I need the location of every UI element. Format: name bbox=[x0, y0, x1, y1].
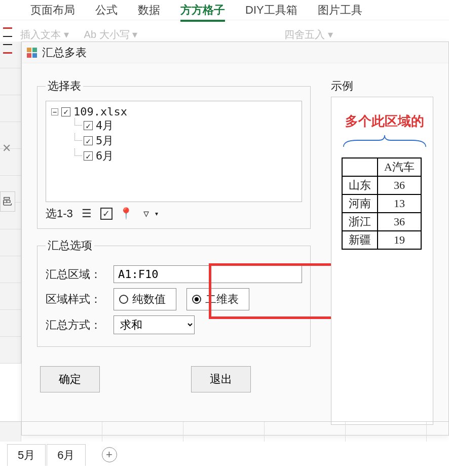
add-sheet-button[interactable]: + bbox=[102, 447, 117, 462]
dialog-titlebar: 汇总多表 bbox=[22, 42, 448, 63]
table-row: 新疆 19 bbox=[342, 231, 421, 249]
checkbox-sheet-3[interactable]: ✓ bbox=[84, 151, 93, 161]
example-title: 多个此区域的 bbox=[342, 112, 428, 130]
check-all-icon[interactable]: ✓ bbox=[100, 208, 113, 220]
header-cell: 邑 bbox=[0, 191, 15, 212]
list-icon[interactable] bbox=[80, 207, 93, 220]
checkbox-sheet-2[interactable]: ✓ bbox=[84, 136, 93, 145]
ribbon-tabs: 页面布局 公式 数据 方方格子 DIY工具箱 图片工具 bbox=[0, 0, 449, 20]
radio-2d-table[interactable]: 二维表 bbox=[186, 288, 249, 310]
summary-options-legend: 汇总选项 bbox=[46, 238, 94, 253]
tree-item-2[interactable]: 5月 bbox=[96, 133, 114, 148]
table-row: 河南 13 bbox=[342, 194, 421, 213]
summary-method-select[interactable]: 求和 bbox=[114, 315, 195, 334]
sheet-tab-may[interactable]: 5月 bbox=[7, 444, 46, 466]
brace-icon bbox=[342, 134, 428, 149]
checkbox-root[interactable]: ✓ bbox=[61, 107, 70, 116]
summary-options-group: 汇总选项 汇总区域： 区域样式： 纯数值 二维表 bbox=[37, 238, 311, 347]
sheet-tabs: 5月 6月 + bbox=[7, 444, 117, 466]
left-gutter-icons bbox=[0, 25, 15, 54]
radio-plain-values[interactable]: 纯数值 bbox=[114, 288, 176, 310]
tab-data[interactable]: 数据 bbox=[138, 3, 160, 18]
example-label: 示例 bbox=[331, 78, 433, 94]
tab-formula[interactable]: 公式 bbox=[95, 3, 118, 18]
close-icon[interactable]: ✕ bbox=[2, 142, 11, 155]
radio-2d-label: 二维表 bbox=[205, 292, 239, 307]
radio-icon-selected bbox=[192, 295, 201, 304]
tree-collapse-icon[interactable]: − bbox=[51, 108, 58, 115]
summary-area-input[interactable] bbox=[114, 265, 302, 283]
row-headers bbox=[0, 42, 21, 446]
table-header-blank bbox=[342, 158, 378, 176]
table-row: 浙江 36 bbox=[342, 213, 421, 231]
table-header-col1: A汽车 bbox=[378, 158, 421, 176]
tree-item-3[interactable]: 6月 bbox=[96, 148, 114, 164]
exit-button[interactable]: 退出 bbox=[191, 366, 251, 392]
select-sheets-legend: 选择表 bbox=[46, 78, 83, 94]
tab-fangfang[interactable]: 方方格子 bbox=[180, 3, 225, 18]
method-label: 汇总方式： bbox=[46, 318, 106, 333]
filter-dropdown-caret-icon[interactable]: ▾ bbox=[155, 210, 158, 217]
tab-page-layout[interactable]: 页面布局 bbox=[30, 3, 75, 18]
ok-button[interactable]: 确定 bbox=[40, 366, 100, 392]
dialog-title-text: 汇总多表 bbox=[42, 45, 87, 60]
table-row: 山东 36 bbox=[342, 176, 421, 194]
summarize-sheets-dialog: 汇总多表 选择表 − ✓ 109.xlsx ✓ 4月 ✓ bbox=[21, 42, 449, 435]
tab-image-tools[interactable]: 图片工具 bbox=[318, 3, 362, 18]
example-panel: 多个此区域的 A汽车 山东 36 河南 bbox=[331, 97, 433, 425]
radio-plain-label: 纯数值 bbox=[132, 292, 166, 307]
style-label: 区域样式： bbox=[46, 292, 106, 307]
sheet-tree[interactable]: − ✓ 109.xlsx ✓ 4月 ✓ 5月 ✓ 6月 bbox=[46, 101, 302, 202]
example-table: A汽车 山东 36 河南 13 浙江 36 新疆 bbox=[342, 157, 422, 250]
select-sheets-group: 选择表 − ✓ 109.xlsx ✓ 4月 ✓ 5月 bbox=[37, 78, 311, 229]
tab-diy-toolbox[interactable]: DIY工具箱 bbox=[245, 3, 297, 18]
checkbox-sheet-1[interactable]: ✓ bbox=[84, 121, 93, 130]
filter-icon[interactable]: ▿ bbox=[140, 207, 153, 220]
tree-item-1[interactable]: 4月 bbox=[96, 118, 114, 133]
toolbar-row-obscured: 插入文本 ▾ Ab 大小写 ▾ 四舍五入 ▾ bbox=[20, 28, 449, 43]
tree-root-label[interactable]: 109.xlsx bbox=[73, 105, 127, 118]
radio-icon-unselected bbox=[119, 295, 128, 304]
sheet-tab-june[interactable]: 6月 bbox=[47, 444, 85, 466]
area-label: 汇总区域： bbox=[46, 267, 106, 282]
dialog-icon bbox=[27, 48, 37, 58]
grid-row-peek bbox=[0, 421, 449, 442]
pin-icon[interactable]: 📍 bbox=[120, 207, 133, 220]
selection-range-label: 选1-3 bbox=[46, 206, 73, 221]
